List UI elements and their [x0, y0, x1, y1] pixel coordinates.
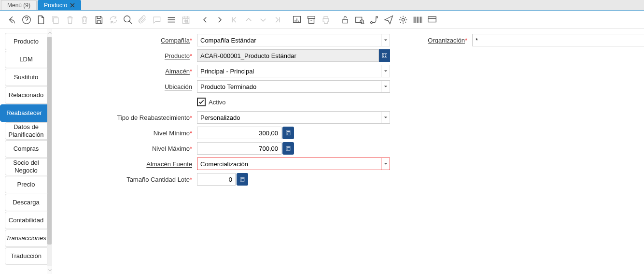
svg-rect-21: [420, 16, 421, 23]
next-icon[interactable]: [212, 13, 227, 27]
nmin-input[interactable]: [197, 127, 281, 139]
svg-point-43: [241, 180, 242, 180]
sidebar-item-3[interactable]: Relacionado: [5, 87, 47, 104]
compania-dropdown[interactable]: [381, 34, 390, 46]
svg-point-16: [402, 18, 405, 21]
copy-icon: [48, 13, 63, 27]
save-icon[interactable]: [92, 13, 106, 27]
sidebar-scrollbar[interactable]: [47, 29, 52, 274]
help-icon[interactable]: [19, 13, 34, 27]
delete-icon: [63, 13, 77, 27]
sidebar-tabs: ProductoLDMSustitutoRelacionadoReabastec…: [0, 29, 47, 274]
almacen-input[interactable]: [197, 65, 381, 77]
svg-text:31: 31: [185, 19, 189, 23]
ubicacion-dropdown[interactable]: [381, 80, 390, 93]
search-icon[interactable]: [121, 13, 135, 27]
organizacion-input[interactable]: [472, 34, 644, 46]
label-activo: Activo: [209, 99, 225, 106]
prev-icon[interactable]: [198, 13, 212, 27]
svg-rect-24: [382, 53, 387, 58]
workflow-icon[interactable]: [367, 13, 381, 27]
form-content: Organización* Compañía* Producto* Almacé…: [52, 29, 644, 274]
activo-checkbox[interactable]: Activo: [197, 96, 225, 108]
nmax-calc-button[interactable]: [282, 142, 294, 155]
archive-icon[interactable]: [304, 13, 319, 27]
calendar-icon: 31: [179, 13, 193, 27]
tab-product-label: Producto: [44, 2, 67, 9]
svg-point-32: [289, 133, 289, 134]
svg-rect-30: [287, 131, 290, 132]
sidebar-item-10[interactable]: Contabilidad: [5, 212, 47, 229]
svg-rect-28: [385, 56, 386, 57]
label-organizacion: Organización*: [405, 34, 472, 46]
lote-calc-button[interactable]: [237, 173, 248, 186]
svg-rect-26: [385, 55, 386, 56]
chat-icon: [150, 13, 164, 27]
scroll-down-icon[interactable]: [47, 266, 52, 274]
process-icon[interactable]: [396, 13, 410, 27]
producto-lookup-button[interactable]: [379, 49, 390, 62]
svg-point-14: [371, 21, 373, 23]
delete-row-icon: [77, 13, 92, 27]
screen-icon[interactable]: [425, 13, 439, 27]
tab-menu[interactable]: Menú (9): [1, 0, 37, 10]
ubicacion-input[interactable]: [197, 80, 381, 93]
compania-input[interactable]: [197, 34, 381, 46]
producto-input: [197, 49, 379, 62]
svg-point-46: [243, 181, 243, 181]
close-icon[interactable]: [70, 3, 75, 8]
sidebar-item-11[interactable]: Transacciones: [5, 230, 47, 247]
nmax-input[interactable]: [197, 142, 281, 155]
almfuente-dropdown[interactable]: [381, 158, 390, 170]
print-icon: [319, 13, 333, 27]
grid-icon[interactable]: [164, 13, 179, 27]
almacen-dropdown[interactable]: [381, 65, 390, 77]
up-icon: [241, 13, 256, 27]
svg-point-39: [287, 150, 288, 150]
sidebar-item-12[interactable]: Traducción: [5, 247, 47, 265]
svg-rect-17: [414, 16, 415, 23]
label-nmax: Nivel Máximo*: [62, 142, 197, 155]
svg-rect-19: [417, 16, 418, 23]
report-icon[interactable]: [290, 13, 304, 27]
toolbar: 31: [0, 11, 644, 29]
label-producto: Producto*: [62, 49, 197, 62]
send-icon[interactable]: [381, 13, 396, 27]
lote-input[interactable]: [197, 173, 236, 186]
sidebar-item-0[interactable]: Producto: [5, 33, 47, 50]
svg-rect-20: [419, 16, 419, 23]
barcode-icon[interactable]: [410, 13, 425, 27]
svg-point-37: [287, 149, 288, 149]
svg-point-31: [287, 133, 288, 134]
label-tipo: Tipo de Reabastecimiento*: [62, 111, 197, 124]
tipo-input[interactable]: [197, 111, 381, 124]
nmin-calc-button[interactable]: [282, 127, 294, 139]
undo-icon[interactable]: [5, 13, 19, 27]
svg-point-33: [287, 134, 288, 135]
label-almacen: Almacén*: [62, 65, 197, 77]
first-icon: [227, 13, 241, 27]
tab-product[interactable]: Producto: [38, 0, 81, 10]
new-icon[interactable]: [34, 13, 48, 27]
zoom-icon[interactable]: [352, 13, 367, 27]
svg-rect-22: [421, 16, 422, 23]
sidebar-item-9[interactable]: Descarga: [5, 194, 47, 211]
sidebar-item-2[interactable]: Sustituto: [5, 69, 47, 86]
svg-rect-23: [428, 16, 436, 22]
sidebar-item-4[interactable]: Reabastecer: [0, 104, 48, 122]
tipo-dropdown[interactable]: [381, 111, 390, 124]
sidebar-item-1[interactable]: LDM: [5, 51, 47, 68]
scroll-up-icon[interactable]: [47, 29, 52, 37]
label-compania: Compañía*: [62, 34, 197, 46]
lock-icon[interactable]: [338, 13, 352, 27]
svg-rect-36: [287, 147, 290, 148]
down-icon: [256, 13, 270, 27]
almfuente-input[interactable]: [197, 158, 381, 170]
last-icon: [270, 13, 285, 27]
sidebar-item-6[interactable]: Compras: [5, 140, 47, 158]
svg-rect-27: [383, 56, 384, 57]
sidebar-item-5[interactable]: Datos de Planificación: [5, 122, 47, 140]
scrollbar-thumb[interactable]: [47, 37, 52, 245]
sidebar-item-8[interactable]: Precio: [5, 176, 47, 193]
sidebar-item-7[interactable]: Socio del Negocio: [5, 158, 47, 175]
